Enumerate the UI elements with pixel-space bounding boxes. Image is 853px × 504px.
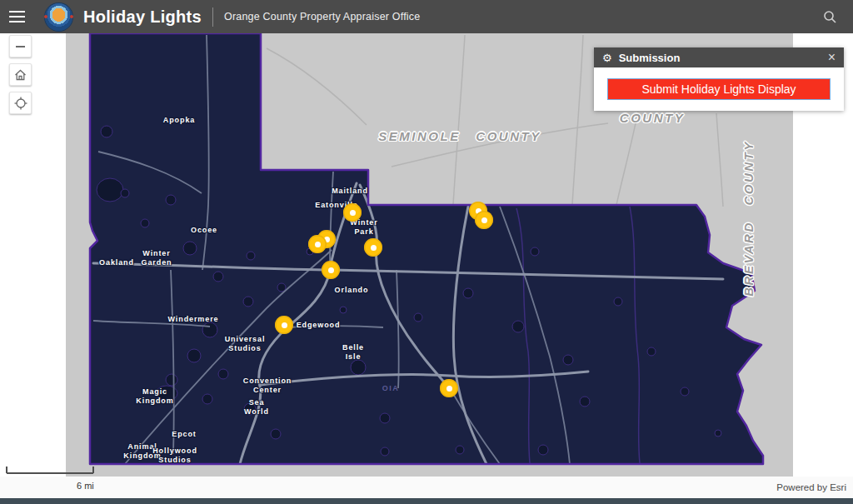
county-seal-logo — [45, 3, 72, 31]
home-button[interactable] — [9, 63, 32, 86]
esri-attribution-link[interactable]: Powered by Esri — [776, 482, 846, 492]
app-header: Holiday Lights Orange County Property Ap… — [0, 0, 853, 33]
crosshair-icon — [14, 97, 27, 110]
menu-icon[interactable] — [0, 0, 33, 33]
title-divider — [212, 7, 213, 27]
minus-icon — [16, 46, 25, 47]
locate-button[interactable] — [9, 92, 32, 114]
map-toolbar — [9, 35, 32, 114]
search-icon[interactable] — [813, 0, 846, 33]
holiday-lights-marker[interactable] — [308, 235, 327, 253]
gear-icon: ⚙ — [602, 52, 612, 63]
holiday-lights-marker[interactable] — [275, 316, 293, 334]
submission-panel-header: ⚙ Submission × — [594, 47, 844, 67]
zoom-out-button[interactable] — [9, 35, 32, 57]
submission-panel-body: Submit Holiday Lights Display — [594, 67, 844, 111]
submit-holiday-lights-button[interactable]: Submit Holiday Lights Display — [607, 78, 831, 100]
holiday-lights-marker[interactable] — [343, 203, 362, 222]
holiday-lights-marker[interactable] — [475, 211, 493, 229]
app-title: Holiday Lights — [83, 7, 202, 27]
close-icon[interactable]: × — [828, 51, 836, 64]
app-window: SEMINOLE COUNTYCOUNTYBREVARD COUNTY Apop… — [0, 0, 853, 504]
scale-label: 6 mi — [77, 481, 94, 491]
holiday-lights-marker[interactable] — [322, 261, 340, 279]
panel-title: Submission — [619, 52, 828, 64]
holiday-lights-marker[interactable] — [364, 238, 382, 257]
holiday-lights-marker[interactable] — [440, 379, 458, 397]
home-icon — [14, 69, 27, 81]
org-subtitle: Orange County Property Appraiser Office — [224, 11, 420, 22]
attribution-bar — [0, 498, 853, 504]
submission-panel: ⚙ Submission × Submit Holiday Lights Dis… — [594, 47, 844, 111]
footer-strip — [0, 477, 853, 498]
